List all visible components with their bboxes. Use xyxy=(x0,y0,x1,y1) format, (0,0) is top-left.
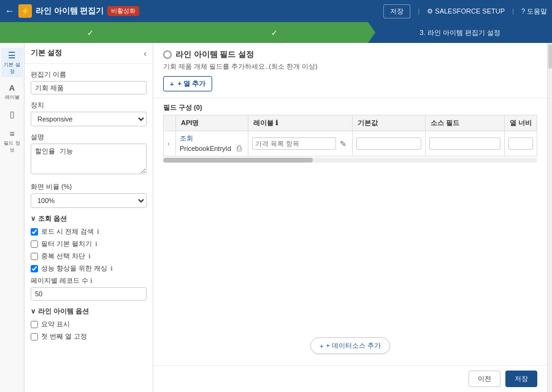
filter-default-info-icon: ℹ xyxy=(95,240,98,247)
content-subtitle: 기회 제품 개체 필드를 추가하세요..(최소 한개 이상) xyxy=(163,62,537,71)
row-label-edit-button[interactable]: ✎ xyxy=(338,139,348,149)
filter-default-checkbox[interactable] xyxy=(31,240,38,248)
right-scrollbar-thumb xyxy=(548,44,552,69)
row-expand-cell: › xyxy=(164,131,176,156)
step-2: ✓ xyxy=(184,22,368,43)
filter-default-row: 필터 기본 펼치기 ℹ xyxy=(31,239,147,248)
step-bar: ✓ ✓ 3. 라인 아이템 편집기 설정 xyxy=(0,22,552,43)
row-api-name: PricebookEntryId xyxy=(180,145,231,152)
row-default-cell xyxy=(353,131,426,156)
add-column-button[interactable]: + + 열 추가 xyxy=(163,76,212,91)
th-width: 열 너비 xyxy=(504,115,537,131)
row-api-cell: 조회 PricebookEntryId ⎙ xyxy=(176,131,248,156)
sidebar-item-label[interactable]: A 레이블 xyxy=(1,81,23,103)
dup-block-row: 중복 선택 차단 ℹ xyxy=(31,252,147,261)
horizontal-scroll-thumb xyxy=(163,158,313,163)
row-width-input[interactable] xyxy=(508,137,533,150)
fix-first-col-label: 첫 번째 열 고정 xyxy=(41,332,87,341)
sidebar-item-component[interactable]: ▯ xyxy=(1,107,23,123)
step-2-check: ✓ xyxy=(271,28,278,37)
show-summary-label: 요약 표시 xyxy=(41,320,70,329)
perf-cache-checkbox[interactable] xyxy=(31,265,38,272)
row-expand-button[interactable]: › xyxy=(167,140,169,147)
line-item-toggle-icon: ∨ xyxy=(31,307,36,315)
line-item-section: ∨ 라인 아이템 옵션 요약 표시 첫 번째 열 고정 xyxy=(31,307,147,341)
row-source-cell xyxy=(425,131,504,156)
back-button[interactable]: ← xyxy=(5,6,15,17)
top-navigation: ← ⚡ 라인 아이템 편집기 비활성화 저장 | ⚙ SALESFORCE SE… xyxy=(0,0,552,22)
app-icon: ⚡ xyxy=(18,4,32,18)
setup-button[interactable]: ⚙ SALESFORCE SETUP xyxy=(427,7,505,15)
add-datasource-button[interactable]: + + 데이터소스 추가 xyxy=(310,337,390,354)
row-label-input[interactable] xyxy=(252,137,336,150)
add-col-plus-icon: + xyxy=(170,80,174,88)
basic-settings-icon: ☰ xyxy=(8,50,16,60)
th-source: 소스 필드 xyxy=(425,115,504,131)
sidebar-icons: ☰ 기본 설정 A 레이블 ▯ ≡ 필드 정보 xyxy=(0,43,25,392)
help-icon: ? xyxy=(521,7,525,15)
device-label: 장치 xyxy=(31,101,147,110)
row-default-input[interactable] xyxy=(356,137,421,150)
content-body: 필드 구성 (0) API명 레이블 ℹ 기본값 소스 필드 열 너비 xyxy=(153,98,547,365)
config-table: API명 레이블 ℹ 기본값 소스 필드 열 너비 › xyxy=(163,115,537,156)
screen-ratio-label: 화면 비율 (%) xyxy=(31,182,147,191)
sidebar-item-field[interactable]: ≡ 필드 정보 xyxy=(1,126,23,156)
perf-cache-info-icon: ℹ xyxy=(110,265,113,272)
left-panel-header: 기본 설정 ‹ xyxy=(25,43,153,64)
prev-button[interactable]: 이전 xyxy=(469,371,500,387)
screen-ratio-group: 화면 비율 (%) 100% 75% 50% xyxy=(31,182,147,208)
row-copy-button[interactable]: ⎙ xyxy=(235,143,243,153)
sidebar-item-basic[interactable]: ☰ 기본 설정 xyxy=(1,48,23,77)
lookup-toggle-icon: ∨ xyxy=(31,215,36,223)
device-group: 장치 Responsive Desktop Mobile xyxy=(31,101,147,126)
setup-icon: ⚙ xyxy=(427,7,433,15)
lookup-section-title: 조회 옵션 xyxy=(38,214,67,223)
save-button-top[interactable]: 저장 xyxy=(383,4,410,18)
editor-name-group: 편집기 이름 xyxy=(31,70,147,94)
dup-block-label: 중복 선택 차단 xyxy=(41,252,85,261)
step-1-check: ✓ xyxy=(87,28,94,37)
page-record-label: 페이지별 레코드 수 ℹ xyxy=(31,276,147,285)
dup-block-checkbox[interactable] xyxy=(31,253,38,260)
lookup-section-toggle[interactable]: ∨ 조회 옵션 xyxy=(31,214,147,223)
horizontal-scroll[interactable] xyxy=(163,158,537,163)
preload-info-icon: ℹ xyxy=(97,228,99,235)
preload-checkbox[interactable] xyxy=(31,228,38,236)
row-width-cell xyxy=(504,131,537,156)
label-icon: A xyxy=(9,83,15,93)
sidebar-item-basic-label: 기본 설정 xyxy=(2,61,22,75)
row-api-link[interactable]: 조회 xyxy=(180,134,193,142)
page-record-group: 페이지별 레코드 수 ℹ xyxy=(31,276,147,301)
line-item-section-title: 라인 아이템 옵션 xyxy=(38,307,89,316)
save-button-bottom[interactable]: 저장 xyxy=(505,371,537,387)
help-button[interactable]: ? 도움말 xyxy=(521,7,547,16)
editor-name-label: 편집기 이름 xyxy=(31,70,147,79)
collapse-button[interactable]: ‹ xyxy=(144,48,147,58)
page-title: 라인 아이템 편집기 xyxy=(36,6,104,17)
right-scrollbar[interactable] xyxy=(547,43,552,392)
th-default: 기본값 xyxy=(353,115,426,131)
sidebar-item-field-label: 필드 정보 xyxy=(2,140,22,153)
line-item-section-toggle[interactable]: ∨ 라인 아이템 옵션 xyxy=(31,307,147,316)
table-header-row: API명 레이블 ℹ 기본값 소스 필드 열 너비 xyxy=(164,115,537,131)
bottom-actions: 이전 저장 xyxy=(153,365,547,392)
table-row: › 조회 PricebookEntryId ⎙ ✎ xyxy=(164,131,537,156)
left-panel: 기본 설정 ‹ 편집기 이름 장치 Responsive Desktop Mob… xyxy=(25,43,153,392)
fix-first-col-row: 첫 번째 열 고정 xyxy=(31,332,147,341)
row-source-input[interactable] xyxy=(429,137,500,150)
show-summary-checkbox[interactable] xyxy=(31,321,38,328)
screen-ratio-select[interactable]: 100% 75% 50% xyxy=(31,193,147,208)
fix-first-col-checkbox[interactable] xyxy=(31,333,38,340)
description-textarea[interactable]: 할인율 기능 xyxy=(31,144,147,174)
main-layout: ☰ 기본 설정 A 레이블 ▯ ≡ 필드 정보 기본 설정 ‹ 편집기 이름 장… xyxy=(0,43,552,392)
step-1: ✓ xyxy=(0,22,184,43)
device-select[interactable]: Responsive Desktop Mobile xyxy=(31,112,147,126)
table-area: API명 레이블 ℹ 기본값 소스 필드 열 너비 › xyxy=(163,115,537,326)
dup-block-info-icon: ℹ xyxy=(88,253,91,259)
editor-name-input[interactable] xyxy=(31,81,147,94)
field-icon: ≡ xyxy=(9,129,14,139)
th-label: 레이블 ℹ xyxy=(248,115,353,131)
preload-label: 로드 시 전체 검색 xyxy=(41,227,94,236)
description-label: 설명 xyxy=(31,133,147,142)
page-record-input[interactable] xyxy=(31,287,147,301)
